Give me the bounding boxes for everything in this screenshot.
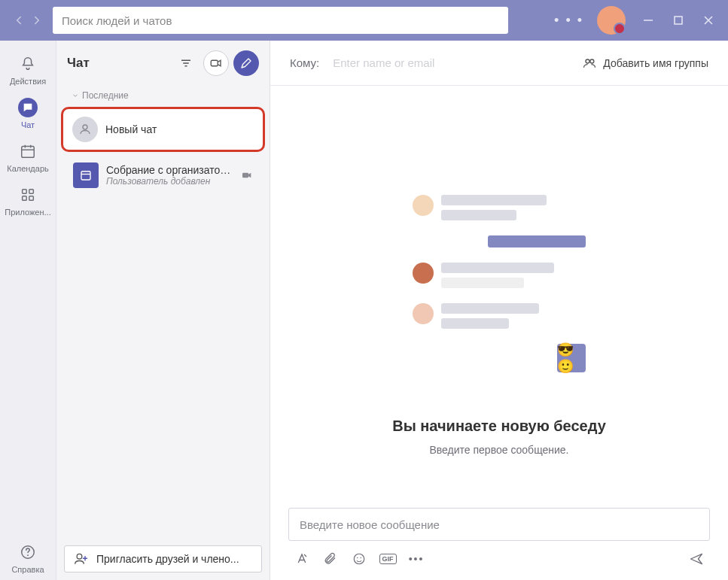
empty-title: Вы начинаете новую беседу xyxy=(392,418,606,435)
paperclip-icon xyxy=(324,552,337,566)
chat-item-subtitle: Пользователь добавлен xyxy=(106,176,233,187)
video-icon xyxy=(241,169,253,181)
video-icon xyxy=(209,56,223,70)
titlebar: • • • xyxy=(0,0,728,41)
chat-list-pane: Чат Последние Новый чат xyxy=(56,41,270,580)
new-chat-button[interactable] xyxy=(233,50,259,76)
svg-point-23 xyxy=(354,554,364,564)
attach-button[interactable] xyxy=(323,551,338,566)
rail-chat[interactable]: Чат xyxy=(0,92,56,135)
rail-calendar[interactable]: Календарь xyxy=(0,135,56,179)
svg-rect-7 xyxy=(29,190,34,193)
empty-state: 😎 🙂 Вы начинаете новую беседу Введите пе… xyxy=(270,86,728,508)
gif-button[interactable]: GIF xyxy=(380,551,395,566)
composer-input[interactable] xyxy=(300,518,699,531)
minimize-button[interactable] xyxy=(642,14,654,26)
meet-now-button[interactable] xyxy=(203,50,229,76)
rail-apps[interactable]: Приложен... xyxy=(0,179,56,223)
titlebar-right: • • • xyxy=(554,6,722,35)
rail-activity[interactable]: Действия xyxy=(0,48,56,92)
help-icon xyxy=(18,542,38,562)
composer-toolbar: GIF ••• xyxy=(288,551,710,566)
send-icon xyxy=(689,551,704,567)
empty-illustration: 😎 🙂 xyxy=(413,195,586,383)
svg-rect-2 xyxy=(22,147,35,158)
group-icon xyxy=(582,56,597,71)
add-group-button[interactable]: Добавить имя группы xyxy=(582,56,708,71)
send-button[interactable] xyxy=(689,551,704,566)
svg-point-16 xyxy=(83,125,87,129)
rail-help-label: Справка xyxy=(11,565,44,574)
svg-point-25 xyxy=(361,557,362,559)
emoji-icon xyxy=(352,552,366,566)
section-recent[interactable]: Последние xyxy=(56,86,270,105)
svg-rect-8 xyxy=(23,196,27,201)
nav-forward-button[interactable] xyxy=(30,14,44,27)
filter-icon xyxy=(179,56,193,70)
rail-activity-label: Действия xyxy=(10,77,46,86)
empty-subtitle: Введите первое сообщение. xyxy=(429,444,568,456)
svg-point-20 xyxy=(77,554,82,559)
add-group-label: Добавить имя группы xyxy=(603,57,708,69)
section-recent-label: Последние xyxy=(82,90,129,101)
main-header: Кому: Добавить имя группы xyxy=(270,41,728,86)
gif-icon: GIF xyxy=(379,554,397,564)
rail-help[interactable]: Справка xyxy=(0,536,56,580)
svg-point-21 xyxy=(586,59,589,63)
invite-button-label: Пригласить друзей и члено... xyxy=(96,553,239,565)
maximize-button[interactable] xyxy=(672,14,684,26)
calendar-icon xyxy=(18,141,38,161)
compose-icon xyxy=(239,56,253,70)
chat-item-title: Собрание с организатором ... xyxy=(106,164,233,176)
window-controls xyxy=(642,14,714,26)
invite-icon xyxy=(74,551,89,566)
svg-rect-1 xyxy=(675,17,682,24)
svg-rect-17 xyxy=(81,172,90,180)
to-label: Кому: xyxy=(290,56,319,69)
person-icon xyxy=(72,117,98,142)
composer[interactable] xyxy=(288,508,710,541)
close-button[interactable] xyxy=(702,14,714,26)
search-input[interactable] xyxy=(62,14,499,27)
chat-item-meeting[interactable]: Собрание с организатором ... Пользовател… xyxy=(62,155,263,196)
filter-button[interactable] xyxy=(173,50,199,76)
chat-item-new-chat[interactable]: Новый чат xyxy=(61,107,265,152)
to-input[interactable] xyxy=(333,56,582,69)
svg-rect-15 xyxy=(211,60,218,66)
svg-rect-6 xyxy=(23,190,27,193)
format-button[interactable] xyxy=(294,551,309,566)
more-options-button[interactable]: • • • xyxy=(554,13,583,29)
chat-list-title: Чат xyxy=(67,56,169,71)
svg-rect-9 xyxy=(29,196,34,201)
rail-calendar-label: Календарь xyxy=(7,164,49,173)
nav-back-button[interactable] xyxy=(12,14,26,27)
emoji-button[interactable] xyxy=(352,551,367,566)
composer-area: GIF ••• xyxy=(270,508,728,580)
format-icon xyxy=(295,552,309,566)
svg-point-22 xyxy=(590,59,594,63)
chat-item-title: Новый чат xyxy=(105,123,254,135)
rail-apps-label: Приложен... xyxy=(5,208,50,217)
main-pane: Кому: Добавить имя группы xyxy=(270,41,728,580)
app-rail: Действия Чат Календарь Приложен... Спра xyxy=(0,41,56,580)
chat-list-header: Чат xyxy=(56,41,270,86)
svg-point-24 xyxy=(357,557,358,559)
svg-rect-19 xyxy=(242,173,248,178)
chevron-down-icon xyxy=(72,92,79,99)
invite-button[interactable]: Пригласить друзей и члено... xyxy=(64,545,262,572)
search-box[interactable] xyxy=(53,7,508,34)
svg-point-11 xyxy=(27,554,29,556)
rail-chat-label: Чат xyxy=(21,120,35,129)
user-avatar[interactable] xyxy=(597,6,626,35)
more-compose-button[interactable]: ••• xyxy=(409,551,424,566)
calendar-avatar-icon xyxy=(73,162,99,188)
apps-icon xyxy=(18,185,38,205)
nav-arrows xyxy=(12,14,44,27)
chat-icon xyxy=(18,98,38,117)
bell-icon xyxy=(18,54,38,74)
